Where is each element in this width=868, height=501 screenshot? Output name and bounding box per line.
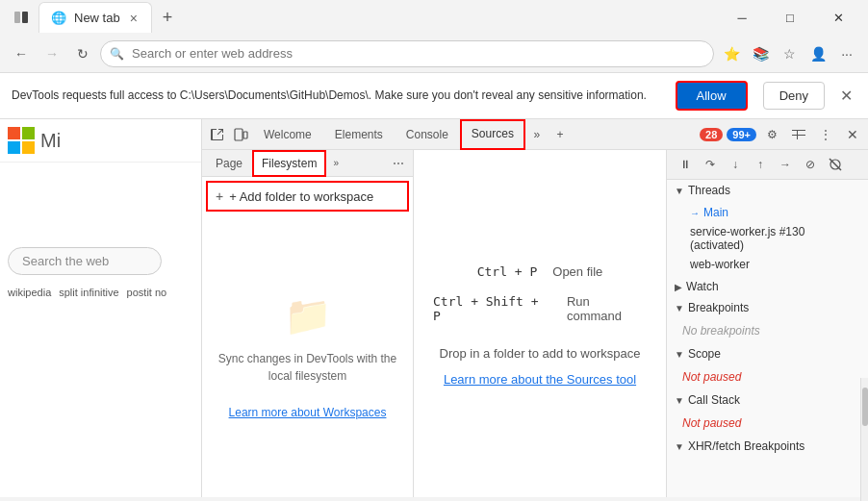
quick-link-wikipedia[interactable]: wikipedia — [8, 287, 51, 298]
tab-sources[interactable]: Sources — [460, 119, 525, 150]
warning-badge: 99+ — [727, 128, 756, 141]
add-tab-btn[interactable]: + — [549, 123, 572, 146]
allow-button[interactable]: Allow — [676, 81, 748, 111]
quick-link-split[interactable]: split infinitive — [59, 287, 118, 298]
browser-page-header: Mi — [0, 119, 201, 163]
collections-button[interactable]: 📚 — [747, 40, 774, 67]
tab-console[interactable]: Console — [395, 119, 460, 150]
breakpoints-section: ▼ Breakpoints No breakpoints — [667, 297, 868, 343]
devtools-body: Page Filesystem » ⋯ + + Add folder to wo… — [202, 150, 868, 497]
rp-step-over-btn[interactable]: ↷ — [700, 154, 721, 175]
search-box[interactable]: Search the web — [8, 247, 162, 275]
drop-text: Drop in a folder to add to workspace — [440, 346, 641, 361]
sources-sync-btn[interactable]: ⋯ — [388, 153, 409, 174]
dock-btn[interactable] — [787, 123, 810, 146]
shortcut2-action: Run command — [567, 294, 647, 323]
rp-step-into-btn[interactable]: ↓ — [725, 154, 746, 175]
address-input[interactable] — [100, 40, 714, 67]
rp-deactivate-btn[interactable]: ⊘ — [800, 154, 821, 175]
threads-label: Threads — [688, 184, 730, 197]
scroll-thumb[interactable] — [862, 388, 868, 426]
learn-sources-link[interactable]: Learn more about the Sources tool — [444, 372, 636, 387]
call-stack-header[interactable]: ▼ Call Stack — [667, 389, 868, 411]
close-tab-button[interactable]: × — [128, 9, 140, 28]
menu-button[interactable]: ··· — [833, 40, 860, 67]
xhr-chevron: ▼ — [675, 441, 684, 452]
right-panel: ⏸ ↷ ↓ ↑ → ⊘ ▼ — [666, 150, 868, 497]
devtools-toolbar-right: 28 99+ ⚙ ⋮ ✕ — [700, 123, 864, 146]
deny-button[interactable]: Deny — [763, 82, 825, 110]
more-tabs-btn[interactable]: » — [525, 123, 549, 146]
thread-main[interactable]: → Main — [667, 203, 868, 222]
thread-ww-label: web-worker — [690, 258, 750, 271]
rp-step-btn[interactable]: → — [775, 154, 796, 175]
tab-page[interactable]: Page — [206, 150, 252, 177]
error-badge: 28 — [700, 128, 723, 141]
rp-pause-btn[interactable]: ⏸ — [675, 154, 696, 175]
search-placeholder: Search the web — [22, 254, 109, 268]
watch-chevron: ▶ — [675, 282, 682, 292]
refresh-button[interactable]: ↻ — [69, 40, 96, 67]
tab-elements[interactable]: Elements — [323, 119, 395, 150]
inspect-element-btn[interactable] — [206, 123, 229, 146]
browser-page-body: Search the web wikipedia split infinitiv… — [0, 163, 201, 497]
rp-dont-pause-btn[interactable] — [825, 154, 846, 175]
browser-tab[interactable]: 🌐 New tab × — [38, 2, 152, 33]
watch-section: ▶ Watch — [667, 276, 868, 297]
sources-more-tabs[interactable]: » — [326, 154, 345, 173]
sidebar-toggle-btn[interactable] — [8, 4, 35, 31]
workspace-learn-link[interactable]: Learn more about Workspaces — [229, 406, 387, 419]
address-search-icon: 🔍 — [110, 47, 124, 61]
notification-text: DevTools requests full access to C:\User… — [12, 88, 664, 104]
quick-links: wikipedia split infinitive postit no — [8, 287, 166, 298]
scope-chevron: ▼ — [675, 349, 684, 360]
tab-filesystem[interactable]: Filesystem — [252, 150, 326, 177]
forward-button[interactable]: → — [38, 40, 65, 67]
maximize-button[interactable]: □ — [768, 3, 812, 32]
back-button[interactable]: ← — [8, 40, 35, 67]
breakpoints-label: Breakpoints — [688, 301, 749, 314]
quick-link-postit[interactable]: postit no — [127, 287, 167, 298]
scroll-track[interactable] — [860, 378, 868, 497]
tab-favicon: 🌐 — [51, 11, 66, 25]
svg-rect-2 — [235, 129, 243, 140]
add-folder-label: + Add folder to workspace — [229, 189, 373, 204]
bookmark-button[interactable]: ☆ — [776, 40, 803, 67]
scope-header[interactable]: ▼ Scope — [667, 343, 868, 364]
breakpoints-chevron: ▼ — [675, 303, 684, 313]
thread-arrow: → — [690, 208, 700, 218]
settings-btn[interactable]: ⚙ — [760, 123, 783, 146]
shortcut1-keys: Ctrl + P — [477, 264, 538, 279]
threads-section: ▼ Threads → Main service-worker.js #130 … — [667, 180, 868, 276]
tab-welcome[interactable]: Welcome — [252, 119, 323, 150]
scope-label: Scope — [688, 347, 721, 361]
address-wrapper: 🔍 — [100, 40, 714, 67]
device-toolbar-btn[interactable] — [229, 123, 252, 146]
notification-close-button[interactable]: ✕ — [836, 83, 856, 109]
profile-button[interactable]: 👤 — [804, 40, 831, 67]
devtools-close-btn[interactable]: ✕ — [841, 123, 864, 146]
thread-service-worker[interactable]: service-worker.js #130 (activated) — [667, 222, 868, 255]
address-bar-actions: ⭐ 📚 ☆ 👤 ··· — [718, 40, 860, 67]
call-stack-label: Call Stack — [688, 393, 740, 407]
xhr-header[interactable]: ▼ XHR/fetch Breakpoints — [667, 436, 868, 457]
more-options-btn[interactable]: ⋮ — [814, 123, 837, 146]
breakpoints-content: No breakpoints — [667, 318, 868, 343]
sources-tabs: Page Filesystem » ⋯ — [202, 150, 413, 177]
xhr-section: ▼ XHR/fetch Breakpoints — [667, 436, 868, 457]
thread-web-worker[interactable]: web-worker — [667, 255, 868, 274]
right-panel-toolbar: ⏸ ↷ ↓ ↑ → ⊘ — [667, 150, 868, 180]
ms-logo-yellow — [22, 141, 35, 154]
favorites-button[interactable]: ⭐ — [718, 40, 745, 67]
threads-header[interactable]: ▼ Threads — [667, 180, 868, 201]
new-tab-button[interactable]: + — [154, 4, 181, 31]
breakpoints-header[interactable]: ▼ Breakpoints — [667, 297, 868, 318]
minimize-button[interactable]: ─ — [720, 3, 764, 32]
sources-tab-actions: ⋯ — [388, 153, 409, 174]
title-bar: 🌐 New tab × + ─ □ ✕ — [0, 0, 868, 35]
close-window-button[interactable]: ✕ — [816, 3, 860, 32]
watch-header[interactable]: ▶ Watch — [667, 276, 868, 297]
devtools-panel: Welcome Elements Console Sources » + 28 … — [202, 119, 868, 497]
add-folder-row[interactable]: + + Add folder to workspace — [206, 181, 409, 212]
rp-step-out-btn[interactable]: ↑ — [750, 154, 771, 175]
